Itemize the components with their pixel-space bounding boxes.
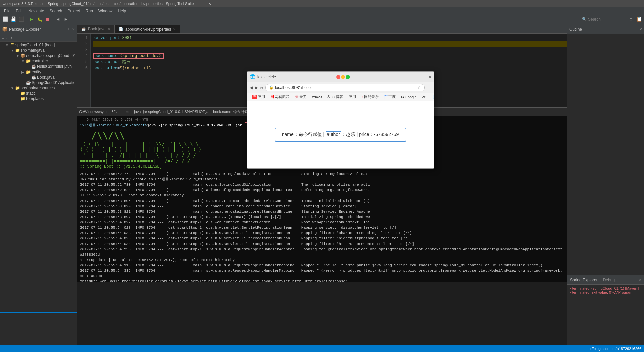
panel-maximize-btn[interactable]: □ xyxy=(69,27,71,32)
line-num-6: 6 xyxy=(77,65,90,71)
tree-item-src-main-java[interactable]: ▼ 📁 src/main/java xyxy=(0,48,77,53)
minimize-btn[interactable]: ─ xyxy=(194,1,199,6)
bookmark-other[interactable]: 📑 其他书签 xyxy=(431,94,434,100)
bookmark-app2[interactable]: 应用 xyxy=(346,94,358,100)
pe-toolbar: ≡ ↔ ▾ xyxy=(0,34,77,42)
back-btn[interactable]: ◀ xyxy=(250,84,253,91)
toolbar-save[interactable]: 💾 xyxy=(9,16,17,23)
toolbar-new[interactable]: ⬜ xyxy=(1,16,9,23)
browser-minimize-circle[interactable] xyxy=(341,75,345,79)
tree-item-package[interactable]: ▼ 📦 com.zhaole.springCloud_01 xyxy=(0,53,77,58)
tree-label-templates: templates xyxy=(26,96,44,101)
menu-search[interactable]: Search xyxy=(47,8,65,14)
tree-item-src-resources[interactable]: ▼ 📁 src/main/resources xyxy=(0,85,77,91)
bookmark-google[interactable]: GGoogle xyxy=(399,94,419,100)
bookmark-apps[interactable]: 应应用 xyxy=(250,94,267,100)
toolbar-forward[interactable]: ▶ xyxy=(62,16,70,23)
title-bar: workspace-3.8.3.Release - Spring - sprin… xyxy=(0,0,644,7)
outline-maximize-btn[interactable]: □ xyxy=(636,27,638,32)
panel-minimize-btn[interactable]: ─ xyxy=(65,27,67,32)
bookmark-tiandao[interactable]: 天天刀 xyxy=(293,94,309,100)
search-input[interactable] xyxy=(588,17,622,22)
bottom-tab-btn[interactable]: ⟩ xyxy=(2,314,4,318)
link-editor-btn[interactable]: ↔ xyxy=(6,36,9,40)
browser-content: name：命令行赋值 | author：赵乐 | price：-67859275… xyxy=(247,101,434,168)
menu-file[interactable]: File xyxy=(1,8,13,14)
forward-btn[interactable]: ▶ xyxy=(255,84,258,91)
editor-tabs: ☕ Book.java ✕ 📄 application-dev.properti… xyxy=(77,24,567,34)
tab-properties-close[interactable]: ✕ xyxy=(173,27,176,31)
tree-item-springcloud[interactable]: ▼ ☰ springCloud_01 [boot] xyxy=(0,42,77,48)
more-btn[interactable]: ⋮ xyxy=(427,85,431,90)
tree-item-book[interactable]: ☕ Book.java xyxy=(0,75,77,80)
browser-tab-icon: 🌐 xyxy=(250,74,255,80)
toolbar-run[interactable]: ▶ xyxy=(28,16,35,23)
outline-minimize-btn[interactable]: ─ xyxy=(632,27,634,32)
toolbar-debug[interactable]: 🐛 xyxy=(36,16,43,23)
bookmark-zd423[interactable]: zd423 xyxy=(310,94,324,100)
browser-close-btn[interactable]: ✕ xyxy=(429,74,431,80)
tree-label-book: Book.java xyxy=(37,75,55,80)
menu-project[interactable]: Project xyxy=(65,8,83,14)
log-line-12: 2017-07-11 20:55:54.033 INFO 3704 --- [o… xyxy=(80,236,564,241)
browser-address-bar[interactable]: 🔒 localhost:8081/hello ☆ xyxy=(265,84,425,91)
tree-item-templates[interactable]: 📁 templates xyxy=(0,96,77,101)
log-line-3: 2017-07-11 20:55:52.824 INFO 3704 --- [ … xyxy=(80,187,564,193)
toolbar-icon1[interactable]: ⚙ xyxy=(627,16,635,23)
tree-label-controller: controller xyxy=(32,59,48,63)
line-num-2: 2 xyxy=(77,41,90,47)
browser-maximize-circle[interactable] xyxy=(346,75,350,79)
log-line-2: 2017-07-11 20:55:52.780 INFO 3704 --- [ … xyxy=(80,182,564,187)
tree-label-package: com.zhaole.springCloud_01 xyxy=(26,53,76,58)
collapse-all-btn[interactable]: ≡ xyxy=(1,36,5,40)
baidu-icon: 百 xyxy=(384,94,388,99)
spring-explorer-close[interactable]: ✕ xyxy=(639,278,641,282)
bookmark-wangyi[interactable]: 网网易流联 xyxy=(268,94,291,100)
bookmark-baidu[interactable]: 百百度 xyxy=(382,94,398,100)
tab-book-java-close[interactable]: ✕ xyxy=(108,27,110,31)
log-line-13: 2017-07-11 20:55:54.034 INFO 3704 --- [o… xyxy=(80,241,564,247)
line-num-1: 1 xyxy=(77,35,90,41)
toolbar-stop[interactable]: ⏹ xyxy=(44,16,51,23)
menu-run[interactable]: Run xyxy=(83,8,96,14)
outline-close-btn[interactable]: ✕ xyxy=(640,27,642,32)
view-menu-btn[interactable]: ▾ xyxy=(10,36,13,40)
tree-label-static: static xyxy=(26,91,36,96)
refresh-btn[interactable]: ↻ xyxy=(260,84,263,91)
panel-close-btn[interactable]: ✕ xyxy=(72,27,75,32)
tree-item-hellocontroller[interactable]: ☕ HelloController.java xyxy=(0,64,77,69)
terminated-line1: <terminated> springCloud_01 (1) [Maven I xyxy=(570,286,641,290)
log-line-7: 2017-07-11 20:55:53.821 INFO 3704 --- [ … xyxy=(80,209,564,214)
outline-content xyxy=(567,34,644,275)
templates-icon: 📁 xyxy=(20,96,25,101)
code-line-5: book.author=赵乐 xyxy=(93,59,567,65)
browser-title-bar: 🌐 lelelelelele... ✕ xyxy=(247,72,434,82)
toolbar-icon2[interactable]: 📋 xyxy=(635,16,643,23)
menu-edit[interactable]: Edit xyxy=(13,8,25,14)
log-line-11: 2017-07-11 20:55:54.033 INFO 3704 --- [o… xyxy=(80,230,564,236)
maximize-btn[interactable]: □ xyxy=(200,1,206,6)
bookmark-more[interactable]: ≫ xyxy=(420,94,428,100)
tree-item-application[interactable]: ☕ SpringCloud01Application.java xyxy=(0,80,77,85)
code-line-3 xyxy=(93,47,567,53)
browser-bookmarks: 应应用 网网易流联 天天刀 zd423 Sina 博客 应用 ♪网易音乐 百百度… xyxy=(247,93,434,101)
toolbar-save-all[interactable]: ⬛ xyxy=(17,16,25,23)
log-line-4: ul 11 20:55:52.8173]: root of context hi… xyxy=(80,193,564,198)
bookmark-music[interactable]: ♪网易音乐 xyxy=(359,94,381,100)
bookmark-sina[interactable]: Sina 博客 xyxy=(325,94,345,100)
log-lines: 2017-07-11 20:55:52.772 INFO 3704 --- [ … xyxy=(80,171,564,282)
menu-help[interactable]: Help xyxy=(115,8,129,14)
menu-window[interactable]: Window xyxy=(96,8,115,14)
close-btn[interactable]: ✕ xyxy=(207,1,212,6)
tree-item-controller[interactable]: ▼ 📁 controller xyxy=(0,58,77,64)
line-numbers: 1 2 3 4 5 6 xyxy=(77,34,91,107)
tab-book-java[interactable]: ☕ Book.java ✕ xyxy=(77,25,115,33)
browser-close-circle[interactable] xyxy=(336,75,340,79)
menu-navigate[interactable]: Navigate xyxy=(25,8,47,14)
tree-item-static[interactable]: 📁 static xyxy=(0,91,77,96)
log-line-9: 2017-07-11 20:55:54.022 INFO 3704 --- [o… xyxy=(80,220,564,225)
tab-application-properties[interactable]: 📄 application-dev.properties ✕ xyxy=(115,25,180,33)
toolbar-back[interactable]: ◀ xyxy=(54,16,62,23)
tree-item-entity[interactable]: ▶ 📁 entity xyxy=(0,69,77,75)
log-line-17: 2017-07-11 20:55:54.335 INFO 3704 --- [ … xyxy=(80,268,564,279)
